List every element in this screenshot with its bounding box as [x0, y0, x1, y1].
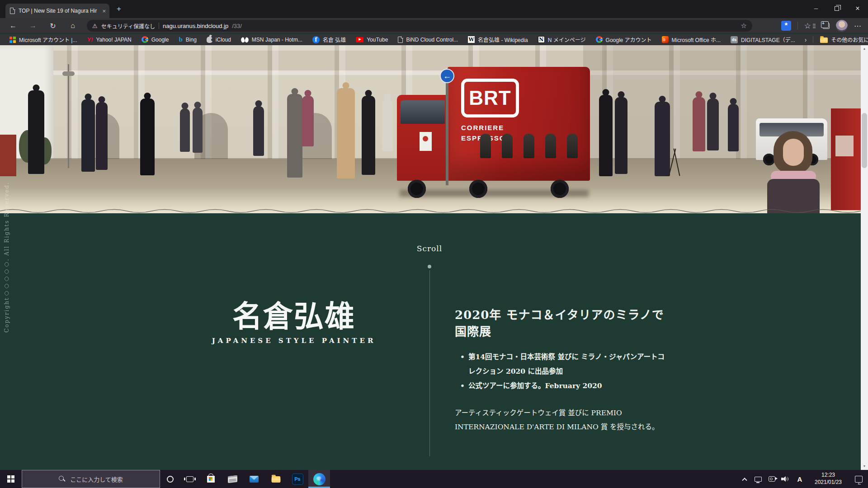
google-icon [596, 36, 603, 43]
logo-title: 名倉弘雄 [212, 301, 376, 332]
bookmark-item[interactable]: iCloud [202, 34, 236, 45]
apple-icon [207, 37, 212, 43]
bookmark-item[interactable]: MSN Japan - Hotm... [236, 34, 307, 45]
article: 2020年 モナコ＆イタリアのミラノで国際展 第14回モナコ・日本芸術祭 並びに… [455, 305, 668, 434]
taskbar-search[interactable]: ここに入力して検索 [22, 470, 160, 488]
bookmark-item[interactable]: W名倉弘雄 - Wikipedia [463, 34, 533, 45]
close-button[interactable]: × [847, 0, 868, 17]
reload-button[interactable]: ↻ [46, 19, 60, 33]
taskbar-app-store[interactable] [200, 470, 222, 488]
network-icon [755, 477, 762, 482]
chevron-up-icon [742, 478, 747, 483]
bookmark-item[interactable]: YouTube [351, 34, 393, 45]
site-logo: 名倉弘雄 JAPANESE STYLE PAINTER [212, 301, 376, 345]
extension-icon[interactable]: * [781, 21, 791, 31]
taskbar-app-box[interactable] [222, 470, 243, 488]
bookmark-item[interactable]: BiND Cloud Control... [393, 34, 463, 45]
forward-button[interactable]: → [26, 19, 40, 33]
hero-photo: BRT CORRIERE ESPRESSO ← [0, 45, 861, 213]
browser-tab[interactable]: TOP | New Site 19 of Nagura Hir × [5, 4, 109, 18]
address-bar[interactable]: ⚠ セキュリティ保護なし nagu.uranus.bindcloud.jp /3… [87, 20, 752, 32]
bookmark-item[interactable]: NN メインページ [533, 34, 591, 45]
bookmark-item[interactable]: bBing [174, 34, 201, 45]
task-view-button[interactable] [180, 470, 200, 488]
chevron-right-icon[interactable]: › [800, 36, 811, 43]
scroll-thumb[interactable] [862, 113, 867, 168]
facebook-icon: f [312, 36, 320, 43]
search-placeholder: ここに入力して検索 [70, 475, 123, 483]
person-figure [96, 102, 108, 170]
digitalstage-icon: ds [731, 36, 738, 43]
favorites-bar-button[interactable]: ☆ [804, 22, 815, 30]
action-center-button[interactable] [849, 470, 868, 488]
bookmark-item[interactable]: f名倉 弘雄 [307, 34, 351, 45]
bookmark-item[interactable]: Google [137, 34, 174, 45]
taskbar: ここに入力して検索 Ps A 12:23 2021/01/23 [0, 470, 868, 488]
restore-button[interactable] [826, 0, 847, 17]
person-figure [193, 108, 203, 153]
taskbar-app-edge[interactable] [308, 470, 330, 488]
page-icon [10, 8, 15, 14]
bollard [545, 134, 556, 158]
bookmark-item[interactable]: Google アカウント [591, 34, 657, 45]
person-figure [615, 97, 627, 174]
bookmark-item[interactable]: dsDIGITALSTAGE（デ... [726, 34, 800, 45]
bookmark-item[interactable]: Microsoft Office ホ... [657, 34, 726, 45]
microsoft-icon [9, 37, 16, 43]
bookmark-item[interactable]: Y!Yahoo! JAPAN [82, 34, 136, 45]
meet-now-button[interactable] [765, 470, 778, 488]
article-paragraph: アーティスティックゲートウェイ賞 並びに PREMIO INTERNAZIONA… [455, 406, 668, 434]
taskbar-app-photoshop[interactable]: Ps [287, 470, 308, 488]
start-button[interactable] [0, 470, 22, 488]
speaker-icon [781, 476, 790, 483]
turn-left-sign: ← [440, 69, 454, 83]
new-tab-button[interactable]: + [115, 5, 123, 14]
other-favorites-button[interactable]: その他のお気に入り [815, 34, 868, 45]
page-viewport: BRT CORRIERE ESPRESSO ← [0, 45, 868, 470]
menu-button[interactable]: ⋯ [854, 22, 862, 30]
scrollbar[interactable]: ▲ ▼ [861, 45, 868, 470]
file-explorer-icon [271, 476, 280, 483]
favorite-star-button[interactable]: ☆ [741, 22, 747, 30]
youtube-icon [356, 37, 363, 42]
scroll-down-button[interactable]: ▼ [861, 463, 868, 470]
network-tray-button[interactable] [751, 470, 765, 488]
minimize-button[interactable]: ─ [806, 0, 826, 17]
wikipedia-icon: W [468, 36, 475, 43]
person-figure [253, 106, 264, 156]
volume-button[interactable] [778, 470, 792, 488]
person-figure [599, 95, 613, 176]
person-figure [655, 102, 670, 176]
profile-avatar[interactable] [836, 20, 848, 32]
bollard [567, 134, 578, 158]
page-icon [398, 37, 403, 43]
mail-icon [250, 476, 259, 483]
person-figure [362, 96, 375, 175]
taskbar-app-explorer[interactable] [265, 470, 287, 488]
bookmark-item[interactable]: Microsoft アカウント |... [5, 34, 82, 45]
tray-chevron-button[interactable] [738, 470, 751, 488]
street-lamp-head [62, 71, 75, 76]
cortana-button[interactable] [160, 470, 180, 488]
taskbar-clock[interactable]: 12:23 2021/01/23 [807, 470, 849, 488]
bing-icon: b [179, 36, 182, 43]
scroll-up-button[interactable]: ▲ [861, 45, 868, 52]
taskbar-spacer [330, 470, 738, 488]
taskbar-app-mail[interactable] [243, 470, 265, 488]
scroll-label: Scroll [398, 244, 461, 253]
collections-icon[interactable] [823, 23, 830, 29]
tab-close-button[interactable]: × [102, 8, 106, 14]
home-button[interactable]: ⌂ [66, 19, 80, 33]
desktop-screen: TOP | New Site 19 of Nagura Hir × + ─ × … [0, 0, 868, 488]
bullet-list: 第14回モナコ・日本芸術祭 並びに ミラノ・ジャパンアートコレクション 2020… [468, 350, 668, 393]
timeline-dot [428, 265, 431, 268]
window-controls: ─ × [806, 0, 868, 17]
person-figure [765, 131, 821, 213]
task-view-icon [186, 476, 193, 482]
truck-text: CORRIERE ESPRESSO [461, 123, 524, 143]
folder-icon [820, 38, 828, 43]
clock-time: 12:23 [821, 472, 835, 479]
back-button[interactable]: ← [6, 19, 20, 33]
ime-indicator[interactable]: A [792, 470, 807, 488]
yahoo-icon: Y! [87, 36, 93, 43]
